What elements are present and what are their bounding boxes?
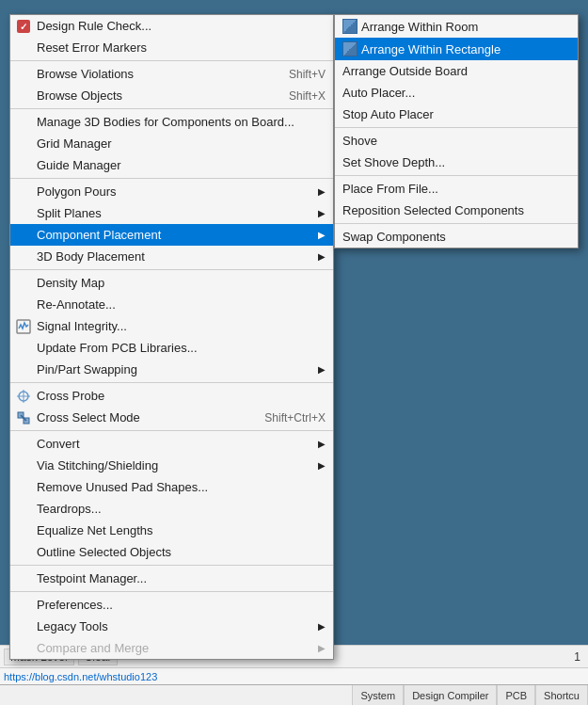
menu-item-equalize-net-lengths[interactable]: Equalize Net Lengths (10, 520, 333, 541)
menu-item-component-placement[interactable]: Component Placement ▶ (10, 224, 333, 246)
separator-7 (10, 565, 333, 566)
status-tab-pcb[interactable]: PCB (497, 685, 535, 705)
component-placement-submenu: Arrange Within Room Arrange Within Recta… (334, 14, 579, 248)
menu-item-split-planes[interactable]: Split Planes ▶ (10, 202, 333, 224)
status-tabs: System Design Compiler PCB Shortcu (352, 685, 588, 705)
submenu-separator-2 (335, 175, 578, 176)
submenu-separator-3 (335, 223, 578, 224)
context-menu: ✓ Design Rule Check... Reset Error Marke… (9, 14, 334, 660)
menu-item-via-stitching[interactable]: Via Stitching/Shielding ▶ (10, 455, 333, 476)
url-bar: https://blog.csdn.net/whstudio123 (0, 667, 588, 684)
cross-select-icon (14, 409, 33, 427)
signal-integrity-icon (14, 317, 33, 336)
menu-item-manage-3d-bodies[interactable]: Manage 3D Bodies for Components on Board… (10, 111, 333, 133)
separator-3 (10, 178, 333, 179)
menu-item-outline-selected-objects[interactable]: Outline Selected Objects (10, 541, 333, 563)
separator-2 (10, 108, 333, 109)
separator-5 (10, 382, 333, 383)
menu-item-reset-error-markers[interactable]: Reset Error Markers (10, 37, 333, 58)
menu-item-polygon-pours[interactable]: Polygon Pours ▶ (10, 181, 333, 202)
drc-icon: ✓ (14, 17, 33, 36)
url-text: https://blog.csdn.net/whstudio123 (4, 671, 157, 682)
arrange-room-icon (342, 19, 358, 34)
submenu-item-arrange-outside-board[interactable]: Arrange Outside Board (335, 60, 578, 82)
menu-item-convert[interactable]: Convert ▶ (10, 433, 333, 455)
menu-item-testpoint-manager[interactable]: Testpoint Manager... (10, 568, 333, 589)
submenu-item-auto-placer[interactable]: Auto Placer... (335, 82, 578, 104)
separator-1 (10, 60, 333, 61)
submenu-item-arrange-within-room[interactable]: Arrange Within Room (335, 15, 578, 38)
menu-item-teardrops[interactable]: Teardrops... (10, 498, 333, 520)
submenu-item-swap-components[interactable]: Swap Components (335, 226, 578, 248)
arrange-rect-icon (342, 41, 358, 56)
separator-4 (10, 269, 333, 270)
svg-text:✓: ✓ (20, 22, 27, 32)
menu-item-remove-unused-pad-shapes[interactable]: Remove Unused Pad Shapes... (10, 476, 333, 498)
menu-item-cross-select-mode[interactable]: Cross Select Mode Shift+Ctrl+X (10, 407, 333, 428)
menu-item-3d-body-placement[interactable]: 3D Body Placement ▶ (10, 246, 333, 267)
menu-item-update-from-pcb-libraries[interactable]: Update From PCB Libraries... (10, 337, 333, 359)
status-tab-shortcut[interactable]: Shortcu (535, 685, 588, 705)
separator-8 (10, 591, 333, 592)
menu-item-legacy-tools[interactable]: Legacy Tools ▶ (10, 616, 333, 637)
submenu-item-set-shove-depth[interactable]: Set Shove Depth... (335, 152, 578, 173)
submenu-item-arrange-within-rectangle[interactable]: Arrange Within Rectangle (335, 38, 578, 60)
menu-item-compare-and-merge[interactable]: Compare and Merge ▶ (10, 637, 333, 659)
menu-item-signal-integrity[interactable]: Signal Integrity... (10, 315, 333, 337)
submenu-item-stop-auto-placer[interactable]: Stop Auto Placer (335, 104, 578, 125)
menu-item-browse-violations[interactable]: Browse Violations Shift+V (10, 63, 333, 85)
cross-probe-icon (14, 387, 33, 406)
page-number: 1 (574, 650, 584, 664)
submenu-item-place-from-file[interactable]: Place From File... (335, 178, 578, 200)
menu-item-density-map[interactable]: Density Map (10, 272, 333, 294)
submenu-item-shove[interactable]: Shove (335, 130, 578, 152)
menu-item-cross-probe[interactable]: Cross Probe (10, 385, 333, 407)
menu-item-browse-objects[interactable]: Browse Objects Shift+X (10, 85, 333, 106)
status-tab-design-compiler[interactable]: Design Compiler (404, 685, 497, 705)
status-tab-system[interactable]: System (352, 685, 404, 705)
submenu-item-reposition-selected-components[interactable]: Reposition Selected Components (335, 200, 578, 221)
menu-item-pin-part-swapping[interactable]: Pin/Part Swapping ▶ (10, 359, 333, 380)
menu-item-grid-manager[interactable]: Grid Manager (10, 133, 333, 154)
menu-item-design-rule-check[interactable]: ✓ Design Rule Check... (10, 15, 333, 37)
menu-item-guide-manager[interactable]: Guide Manager (10, 154, 333, 176)
submenu-separator-1 (335, 127, 578, 128)
status-bar: System Design Compiler PCB Shortcu (0, 684, 588, 705)
separator-6 (10, 430, 333, 431)
menu-item-re-annotate[interactable]: Re-Annotate... (10, 294, 333, 315)
menu-item-preferences[interactable]: Preferences... (10, 594, 333, 616)
